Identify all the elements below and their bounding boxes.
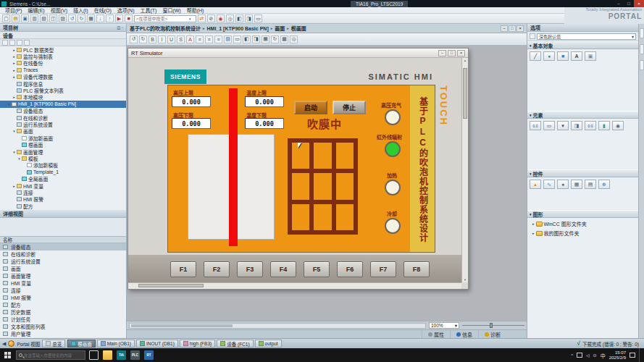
menu-item-3[interactable]: 视图(V) <box>48 7 70 14</box>
cross-reference-icon[interactable]: ◎ <box>226 14 234 22</box>
tree-item[interactable]: 添加新画面 <box>0 135 126 141</box>
start-button[interactable] <box>0 348 14 362</box>
snap-grid-icon[interactable]: ▩ <box>280 35 288 43</box>
tree-item[interactable]: ▸本地模块 <box>0 94 126 101</box>
editor-button[interactable]: INOUT (DB1) <box>136 340 178 348</box>
trend-view-tool-icon[interactable] <box>543 180 555 189</box>
expander-icon[interactable]: ▾ <box>12 129 17 133</box>
rectangle-tool-icon[interactable] <box>557 51 569 61</box>
strikethrough-icon[interactable]: S <box>177 35 185 43</box>
ime-indicator[interactable]: 中 <box>601 352 606 359</box>
list-item[interactable]: 画面 <box>0 265 126 272</box>
volume-icon[interactable]: ◁ <box>586 353 590 358</box>
io-field-temperature-upper[interactable]: 0.000 <box>245 96 284 107</box>
function-key-f2[interactable]: F2 <box>204 261 230 277</box>
tab-properties[interactable]: 属性 <box>422 330 450 338</box>
list-item[interactable]: 运行系统设置 <box>0 258 126 265</box>
alarm-view-tool-icon[interactable] <box>530 180 541 189</box>
tree-item[interactable]: 运行系统设置 <box>0 121 126 127</box>
list-item[interactable]: HMI 变量 <box>0 279 126 287</box>
expander-icon[interactable]: ▸ <box>12 68 17 72</box>
go-online-icon[interactable]: ⇄ <box>198 14 206 22</box>
zoom-tool-icon[interactable]: ◎ <box>290 35 298 43</box>
list-item[interactable]: 历史数据 <box>0 308 126 316</box>
data-view-tool-icon[interactable] <box>571 180 582 189</box>
name-column-header[interactable]: 名称 <box>0 236 126 243</box>
editor-button[interactable]: Main (OB1) <box>97 340 135 348</box>
symbolic-io-tool-icon[interactable] <box>557 121 569 130</box>
tree-item[interactable]: ▸HMI 变量 <box>0 182 126 189</box>
scrollbar-thumb[interactable] <box>138 284 204 287</box>
align-center-icon[interactable]: ≡ <box>205 35 213 43</box>
split-editor-vertical-icon[interactable]: ◧ <box>235 14 243 22</box>
stop-button[interactable]: 停止 <box>333 101 366 114</box>
tree-item[interactable]: ▸PLC 数据类型 <box>0 46 126 53</box>
recipe-view-tool-icon[interactable] <box>585 180 596 189</box>
tree-settings-icon[interactable] <box>2 40 8 46</box>
menu-item-5[interactable]: 在线(O) <box>91 7 114 14</box>
tree-item[interactable]: PLC 报警文本列表 <box>0 87 126 93</box>
go-offline-icon[interactable]: ⊘ <box>207 14 215 22</box>
bold-icon[interactable]: B <box>149 35 156 43</box>
overview-button[interactable]: 总览 <box>42 340 65 348</box>
online-diagnostics-icon[interactable]: ◉ <box>217 14 225 22</box>
start-button[interactable]: 启动 <box>294 101 327 114</box>
tree-item[interactable]: ▾模板 <box>0 155 126 161</box>
expander-icon[interactable]: ▸ <box>12 61 17 65</box>
tree-item[interactable]: ▾画面 <box>0 128 126 135</box>
tree-item[interactable]: 根画面 <box>0 141 126 148</box>
list-item[interactable]: 在线和诊断 <box>0 251 126 258</box>
list-item[interactable]: 文本和图形列表 <box>0 323 126 330</box>
tree-item[interactable]: ▾HMI_1 [KTP900 Basic PN] <box>0 101 126 107</box>
scrollbar-thumb[interactable] <box>131 324 233 327</box>
expander-icon[interactable]: ▸ <box>12 75 17 79</box>
expander-icon[interactable]: ▸ <box>12 54 17 59</box>
display-icon[interactable] <box>577 353 582 358</box>
libraries-tab-icon[interactable] <box>640 60 644 70</box>
graphics-folder[interactable]: ▸我的图形文件夹 <box>530 230 636 237</box>
expander-icon[interactable]: ▸ <box>12 48 17 52</box>
menu-item-6[interactable]: 选项(N) <box>114 7 138 14</box>
function-key-f1[interactable]: F1 <box>170 261 196 277</box>
editor-canvas[interactable]: RT Simulator – □ × SIEMENS SIMATIC HMI 高… <box>127 46 527 321</box>
arrow-cursor-icon[interactable] <box>530 33 535 39</box>
bring-to-front-icon[interactable]: ◧ <box>243 35 251 43</box>
menu-item-1[interactable]: 项目(P) <box>2 7 25 14</box>
breadcrumb-item[interactable]: 画面 <box>275 25 285 32</box>
split-editor-horizontal-icon[interactable]: ◨ <box>245 14 253 22</box>
list-item[interactable]: 连接 <box>0 287 126 294</box>
io-field-high-pressure-upper[interactable]: 0.000 <box>172 96 211 107</box>
expander-icon[interactable]: ▾ <box>12 150 17 154</box>
print-icon[interactable]: ▥ <box>30 14 38 22</box>
border-color-icon[interactable]: ▭ <box>233 35 241 43</box>
graphic-io-tool-icon[interactable] <box>571 121 582 130</box>
stop-runtime-icon[interactable]: ■ <box>125 14 133 22</box>
button-tool-icon[interactable] <box>543 121 555 130</box>
copy-icon[interactable]: ◫ <box>49 14 57 22</box>
devices-tab[interactable]: 设备 <box>0 32 126 39</box>
breadcrumb-item[interactable]: 根画面 <box>291 25 306 32</box>
paste-icon[interactable]: ▨ <box>59 14 67 22</box>
taskbar-clock[interactable]: 15:07 2025/2/9 <box>609 350 626 361</box>
project-search-input[interactable] <box>136 17 188 21</box>
portal-view-button[interactable]: Portal 视图 <box>17 340 40 348</box>
tree-item[interactable]: 在线和诊断 <box>0 114 126 121</box>
menu-item-2[interactable]: 编辑(E) <box>25 7 47 14</box>
tab-info[interactable]: 信息 <box>450 330 478 338</box>
italic-icon[interactable]: I <box>158 35 166 43</box>
function-key-f7[interactable]: F7 <box>370 261 396 277</box>
new-project-icon[interactable]: ▢ <box>2 14 10 22</box>
fill-color-icon[interactable]: ▨ <box>224 35 232 43</box>
tree-item[interactable]: 全局画面 <box>0 175 126 182</box>
slider-knob[interactable] <box>490 323 493 328</box>
editor-maximize-button[interactable]: □ <box>509 25 516 32</box>
close-button[interactable]: × <box>634 0 644 7</box>
redo-icon[interactable]: ↻ <box>78 14 85 22</box>
save-project-icon[interactable]: ▣ <box>21 14 29 22</box>
tasks-tab-icon[interactable] <box>640 44 644 54</box>
task-view-icon[interactable] <box>89 350 99 360</box>
user-view-tool-icon[interactable] <box>557 180 569 189</box>
tree-item[interactable]: 设备组态 <box>0 108 126 114</box>
editor-button[interactable]: output <box>255 340 282 348</box>
text-field-tool-icon[interactable] <box>571 51 582 61</box>
